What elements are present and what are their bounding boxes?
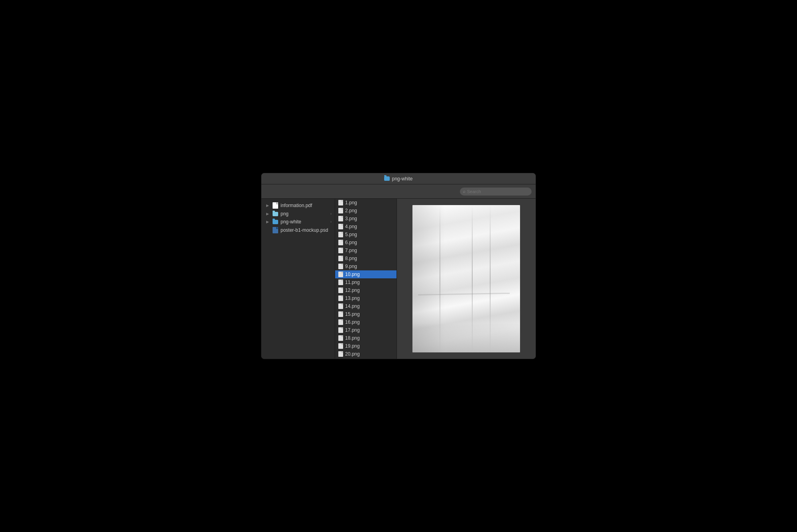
png-file-icon bbox=[338, 272, 343, 277]
chevron-right-icon: › bbox=[330, 220, 332, 224]
file-name-label: 4.png bbox=[345, 224, 357, 229]
sidebar-item-label: poster-b1-mockup.psd bbox=[281, 227, 328, 233]
file-list-item[interactable]: 17.png bbox=[335, 326, 397, 334]
file-list-item[interactable]: 3.png bbox=[335, 215, 397, 223]
search-input[interactable] bbox=[467, 189, 528, 194]
file-name-label: 17.png bbox=[345, 327, 360, 333]
title-folder-icon bbox=[384, 176, 390, 181]
title-bar-title: png-white bbox=[384, 176, 412, 182]
preview-area bbox=[397, 199, 536, 359]
png-file-icon bbox=[338, 200, 343, 205]
sidebar-item-label: information.pdf bbox=[281, 203, 312, 208]
file-name-label: 18.png bbox=[345, 335, 360, 341]
file-list-item[interactable]: 14.png bbox=[335, 302, 397, 310]
sidebar-arrow: ▶ bbox=[266, 220, 270, 224]
png-file-icon bbox=[338, 319, 343, 325]
file-name-label: 20.png bbox=[345, 351, 360, 357]
file-list-item[interactable]: 11.png bbox=[335, 278, 397, 286]
file-list-item[interactable]: 6.png bbox=[335, 239, 397, 246]
file-name-label: 13.png bbox=[345, 295, 360, 301]
window-title: png-white bbox=[392, 176, 412, 182]
file-name-label: 19.png bbox=[345, 343, 360, 349]
file-name-label: 2.png bbox=[345, 208, 357, 213]
sidebar-arrow: ▶ bbox=[266, 203, 270, 207]
png-file-icon bbox=[338, 351, 343, 357]
file-list-item[interactable]: 2.png bbox=[335, 207, 397, 215]
png-file-icon bbox=[338, 327, 343, 333]
content-area: ▶ information.pdf ▶ png › ▶ png-white › … bbox=[261, 199, 536, 359]
sidebar-item-label: png bbox=[281, 211, 289, 217]
file-list-item[interactable]: 21.png bbox=[335, 358, 397, 359]
png-file-icon bbox=[338, 208, 343, 213]
file-list-item[interactable]: 4.png bbox=[335, 223, 397, 231]
png-file-icon bbox=[338, 240, 343, 245]
png-file-icon bbox=[338, 216, 343, 221]
sidebar-item-information-pdf[interactable]: ▶ information.pdf bbox=[261, 201, 335, 210]
png-file-icon bbox=[338, 311, 343, 317]
file-name-label: 3.png bbox=[345, 216, 357, 221]
png-file-icon bbox=[338, 232, 343, 237]
file-name-label: 7.png bbox=[345, 248, 357, 253]
file-list-item[interactable]: 1.png bbox=[335, 199, 397, 207]
search-icon: ⌕ bbox=[463, 189, 465, 194]
file-name-label: 12.png bbox=[345, 288, 360, 293]
file-name-label: 15.png bbox=[345, 311, 360, 317]
file-list-item[interactable]: 20.png bbox=[335, 350, 397, 358]
file-list-item[interactable]: 8.png bbox=[335, 254, 397, 262]
file-list-item[interactable]: 5.png bbox=[335, 231, 397, 239]
chevron-right-icon: › bbox=[330, 212, 332, 216]
sidebar-item-png[interactable]: ▶ png › bbox=[261, 210, 335, 218]
folder-icon bbox=[273, 212, 278, 216]
sidebar-item-label: png-white bbox=[281, 219, 301, 225]
toolbar: ⌕ bbox=[261, 184, 536, 199]
folder-blue-icon bbox=[273, 220, 278, 224]
png-file-icon bbox=[338, 295, 343, 301]
file-name-label: 6.png bbox=[345, 240, 357, 245]
sidebar-arrow: ▶ bbox=[266, 212, 270, 216]
file-list-item[interactable]: 18.png bbox=[335, 334, 397, 342]
finder-window: png-white ⌕ ▶ information.pdf ▶ png › bbox=[261, 173, 536, 359]
file-list: 1.png2.png3.png4.png5.png6.png7.png8.png… bbox=[335, 199, 397, 359]
png-file-icon bbox=[338, 288, 343, 293]
file-list-item[interactable]: 16.png bbox=[335, 318, 397, 326]
title-bar: png-white bbox=[261, 173, 536, 184]
file-name-label: 10.png bbox=[345, 272, 360, 277]
file-name-label: 9.png bbox=[345, 264, 357, 269]
file-list-item[interactable]: 9.png bbox=[335, 262, 397, 270]
png-file-icon bbox=[338, 248, 343, 253]
file-list-item[interactable]: 7.png bbox=[335, 246, 397, 254]
file-name-label: 16.png bbox=[345, 319, 360, 325]
preview-image bbox=[412, 205, 520, 352]
file-name-label: 1.png bbox=[345, 200, 357, 205]
search-box[interactable]: ⌕ bbox=[460, 188, 532, 196]
file-icon bbox=[273, 202, 278, 209]
file-list-item[interactable]: 13.png bbox=[335, 294, 397, 302]
file-list-item[interactable]: 15.png bbox=[335, 310, 397, 318]
png-file-icon bbox=[338, 280, 343, 285]
psd-icon bbox=[273, 227, 278, 233]
file-list-item[interactable]: 10.png bbox=[335, 270, 397, 278]
png-file-icon bbox=[338, 264, 343, 269]
file-name-label: 11.png bbox=[345, 280, 360, 285]
file-list-item[interactable]: 12.png bbox=[335, 286, 397, 294]
file-name-label: 14.png bbox=[345, 303, 360, 309]
shadow-bottom bbox=[412, 323, 520, 352]
sidebar-item-poster[interactable]: ▶ poster-b1-mockup.psd bbox=[261, 226, 335, 235]
png-file-icon bbox=[338, 303, 343, 309]
poster-preview bbox=[412, 205, 520, 352]
file-list-item[interactable]: 19.png bbox=[335, 342, 397, 350]
png-file-icon bbox=[338, 343, 343, 349]
sidebar: ▶ information.pdf ▶ png › ▶ png-white › … bbox=[261, 199, 335, 359]
file-name-label: 5.png bbox=[345, 232, 357, 237]
png-file-icon bbox=[338, 335, 343, 341]
png-file-icon bbox=[338, 256, 343, 261]
png-file-icon bbox=[338, 224, 343, 229]
file-name-label: 8.png bbox=[345, 256, 357, 261]
sidebar-item-png-white[interactable]: ▶ png-white › bbox=[261, 218, 335, 226]
